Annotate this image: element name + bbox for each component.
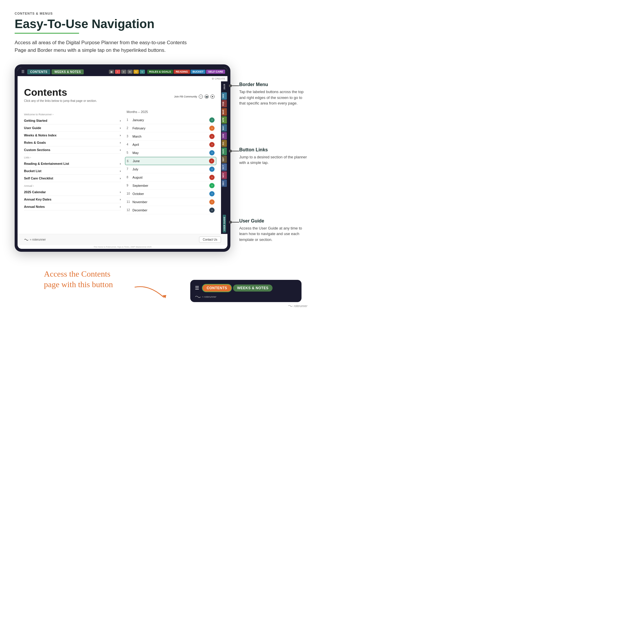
april-btn[interactable]: › [209,142,215,147]
tablet-screen: ☰ CONTENTS WEEKS & NOTES ▦ I II III IV V… [18,67,227,249]
roman-II[interactable]: II [121,70,126,74]
button-links-text: Jump to a desired section of the planner… [239,154,307,166]
key-dates-arrow: › [120,198,121,201]
may-btn[interactable]: › [209,150,215,155]
border-dec[interactable]: DEC [222,179,227,187]
contents-title: Contents [24,87,97,98]
page-title: Easy-To-Use Navigation [15,17,307,31]
month-september[interactable]: 9 September › [127,181,215,190]
border-feb[interactable]: FEB [222,100,227,107]
key-dates-item[interactable]: Annual Key Dates › [24,196,121,203]
bucket-btn[interactable]: BUCKET [191,70,206,74]
self-care-item[interactable]: Self Care Checklist › [24,175,121,182]
title-underline [15,33,79,34]
facebook-icon[interactable]: f [199,95,203,99]
month-february[interactable]: 2 February › [127,124,215,132]
join-fb-label: Join FB Community [174,95,197,98]
custom-sections-arrow: › [120,148,121,152]
contents-nav-btn[interactable]: CONTENTS [27,69,50,74]
reading-entertainment-item[interactable]: Reading & Entertainment List › [24,160,121,167]
reading-entertainment-label: Reading & Entertainment List [24,162,69,165]
border-nov[interactable]: NOV [222,172,227,179]
annotation-line-2 [230,151,239,151]
weeks-notes-arrow: › [120,134,121,137]
nav-items-col: Welcome to Roterunner › Getting Started … [24,110,121,214]
social-links: Join FB Community f 📷 ▶ [174,95,215,99]
getting-started-arrow: › [120,119,121,122]
roles-goals-btn[interactable]: ROLES & GOALS [147,70,173,74]
border-mar[interactable]: MAR [222,108,227,116]
month-july[interactable]: 7 July › [127,165,215,173]
key-dates-label: Annual Key Dates [24,198,52,201]
border-jan[interactable]: JAN [222,93,227,100]
june-btn[interactable]: › [209,158,214,164]
february-btn[interactable]: › [209,126,215,131]
bottom-contents-btn[interactable]: CONTENTS [202,284,232,292]
custom-sections-item[interactable]: Custom Sections › [24,146,121,154]
roles-goals-item[interactable]: Roles & Goals › [24,139,121,146]
reading-entertainment-arrow: › [120,162,121,165]
border-menu-text: Tap the labeled buttons across the top a… [239,89,307,106]
september-btn[interactable]: › [209,183,215,188]
reading-btn[interactable]: READING [174,70,190,74]
section-label: CONTENTS & MENUS [15,12,307,15]
roman-IV[interactable]: IV [133,70,139,74]
december-btn[interactable]: › [209,208,215,213]
august-btn[interactable]: › [209,175,215,180]
create-btn[interactable]: ⚙ CREATE [212,77,225,80]
annual-notes-item[interactable]: Annual Notes › [24,203,121,210]
march-btn[interactable]: › [209,134,215,139]
youtube-icon[interactable]: ▶ [210,95,215,99]
selfcare-btn[interactable]: SELF CARE [206,70,225,74]
border-jun[interactable]: JUN [222,132,227,140]
border-apr[interactable]: APR [222,116,227,124]
instagram-icon[interactable]: 📷 [205,95,209,99]
contact-btn[interactable]: Contact Us [199,237,221,243]
bottom-section: Access the Contents page with this butto… [15,269,307,308]
roman-numeral-icons: ▦ I II III IV V [109,70,145,74]
section-nav-btns: ROLES & GOALS READING BUCKET SELF CARE [147,70,225,74]
user-guide-label: User Guide [24,126,41,130]
bottom-hamburger-icon: ☰ [195,285,199,291]
user-guide-side-btn[interactable]: USER GUIDE [223,215,226,233]
bottom-logo: ≈ roterunner [193,295,299,300]
roman-I[interactable]: I [115,70,120,74]
january-btn[interactable]: › [209,117,215,123]
border-jul[interactable]: JUL [222,140,227,147]
bucket-list-arrow: › [120,169,121,173]
november-btn[interactable]: › [209,199,215,205]
month-march[interactable]: 3 March › [127,132,215,141]
border-oct[interactable]: OCT [222,163,227,171]
create-btn-area: ⚙ CREATE [18,76,227,81]
month-may[interactable]: 5 May › [127,149,215,157]
bucket-list-item[interactable]: Bucket List › [24,167,121,175]
border-may[interactable]: MAY [222,124,227,131]
month-april[interactable]: 4 April › [127,141,215,149]
month-november[interactable]: 11 November › [127,198,215,206]
border-menu-title: Border Menu [239,82,307,87]
month-december[interactable]: 12 December › [127,206,215,214]
border-sep[interactable]: SEP [222,156,227,163]
annual-section: Annual › [24,184,121,187]
bottom-weeks-btn[interactable]: WEEKS & NOTES [233,285,273,292]
weeks-nav-btn[interactable]: WEEKS & NOTES [52,69,84,74]
calendar-item[interactable]: 2025 Calendar › [24,189,121,196]
month-october[interactable]: 10 October › [127,190,215,198]
month-august[interactable]: 8 August › [127,173,215,181]
getting-started-item[interactable]: Getting Started › [24,117,121,124]
month-june[interactable]: 6 June › [125,157,217,165]
roman-III[interactable]: III [127,70,133,74]
weeks-notes-index-item[interactable]: Weeks & Notes Index › [24,132,121,139]
user-guide-item[interactable]: User Guide › [24,124,121,132]
july-btn[interactable]: › [209,167,215,172]
october-btn[interactable]: › [209,191,215,196]
curved-arrow-svg [132,281,173,305]
screen-content: Contents Click any of the links below to… [18,81,227,234]
roman-V[interactable]: V [140,70,145,74]
roles-goals-label: Roles & Goals [24,141,46,144]
month-january[interactable]: 1 January › [127,116,215,124]
border-aug[interactable]: AUG [222,148,227,155]
roles-goals-arrow: › [120,141,121,144]
user-guide-text: Access the User Guide at any time to lea… [239,225,307,243]
annual-notes-arrow: › [120,205,121,208]
